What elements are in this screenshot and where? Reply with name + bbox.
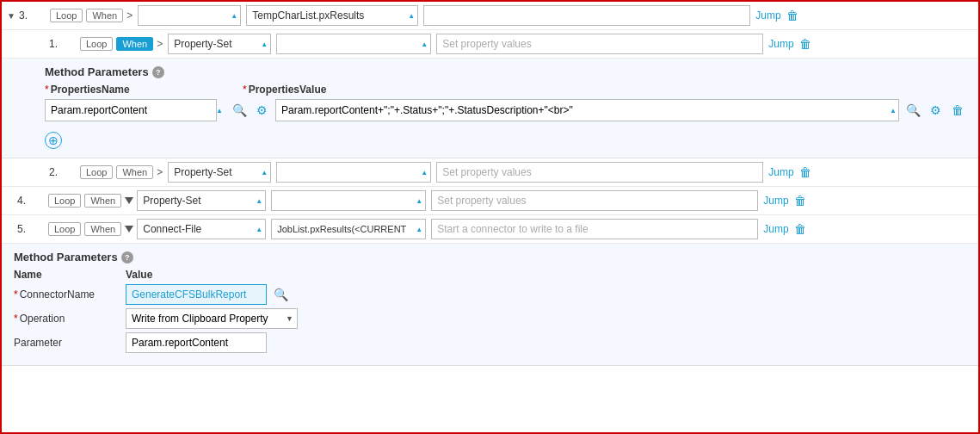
arrow-row3: > [126,9,133,22]
when-tag-row5[interactable]: When [84,222,121,236]
jump-link-row32[interactable]: Jump [768,166,793,178]
row31-num: 1. [49,38,65,50]
svg-marker-1 [125,226,133,232]
field3-row4[interactable]: Set property values [431,190,758,211]
operation-row: * Operation Write from Clipboard Propert… [14,308,966,329]
field2-row4[interactable] [271,190,426,211]
jump-link-row4[interactable]: Jump [763,195,788,207]
parameter-input[interactable] [126,332,267,353]
col2-label: PropertiesValue [249,84,327,96]
add-param-btn-1[interactable]: ⊕ [45,132,62,149]
when-tag-row4[interactable]: When [84,194,121,208]
params-col2-header: Value [126,269,966,281]
col1-label: PropertiesName [51,84,130,96]
delete-icon-params1[interactable]: 🗑 [949,102,966,119]
gear-icon-1[interactable]: ⚙ [253,102,270,119]
props-value-input[interactable] [275,99,899,121]
field3-row5[interactable]: Start a connector to write to a file [431,219,758,239]
field3-row3[interactable] [423,5,750,26]
operation-select-wrap[interactable]: Write from Clipboard Property [126,308,298,329]
row32-num: 2. [49,166,65,178]
field1-row32[interactable]: Property-Set [168,162,271,183]
search-icon-connector[interactable]: 🔍 [272,286,289,303]
delete-icon-row32[interactable]: 🗑 [799,165,811,179]
search-icon-2[interactable]: 🔍 [904,102,921,119]
help-icon-2[interactable]: ? [121,251,133,264]
field2-row32[interactable] [276,162,431,183]
svg-marker-0 [125,197,133,204]
loop-tag-row3: Loop [50,9,83,22]
field3-row31[interactable]: Set property values [436,34,763,54]
field1-row31[interactable]: Property-Set [168,34,271,54]
method-params-section-2: Method Parameters ? Name Value * Connect… [2,244,978,366]
field3-row5-placeholder: Start a connector to write to a file [437,223,588,235]
when-tag-row31[interactable]: When [116,37,153,51]
parameter-row: Parameter [14,332,966,353]
connector-name-label: ConnectorName [20,288,95,301]
connector-name-row: * ConnectorName 🔍 [14,284,966,305]
when-tag-row32[interactable]: When [116,165,153,179]
params-table: Name Value * ConnectorName 🔍 * Operation [14,269,966,353]
field2-row5[interactable]: JobList.pxResults(<CURRENT [271,219,426,239]
field3-row32[interactable]: Set property values [436,162,763,183]
jump-link-row3[interactable]: Jump [755,9,780,22]
delete-icon-row3[interactable]: 🗑 [786,9,798,22]
field1-row5[interactable]: Connect-File [137,219,266,239]
method-params-section-1: Method Parameters ? *PropertiesName *Pro… [2,59,978,158]
operation-label: Operation [20,313,65,325]
row3-num: 3. [19,9,34,22]
gear-icon-2[interactable]: ⚙ [927,102,944,119]
help-icon-1[interactable]: ? [152,66,164,78]
method-params-title-2: Method Parameters [14,251,118,264]
connector-name-input[interactable] [126,284,267,305]
params-col1-header: Name [14,269,126,281]
field1-row3[interactable] [138,5,241,26]
loop-tag-row32: Loop [80,165,113,179]
delete-icon-row31[interactable]: 🗑 [799,37,811,51]
jump-link-row5[interactable]: Jump [763,223,788,235]
field2-row31[interactable] [276,34,431,54]
jump-link-row31[interactable]: Jump [768,38,793,50]
field1-row4[interactable]: Property-Set [137,190,266,211]
parameter-label: Parameter [14,337,62,349]
chevron-down-icon-row5[interactable] [125,226,133,232]
loop-tag-row31: Loop [80,37,113,51]
props-name-input[interactable] [45,99,217,121]
loop-tag-row4: Loop [48,194,81,208]
collapse-row3-icon[interactable]: ▼ [7,11,15,20]
field2-row3[interactable]: TempCharList.pxResults [246,5,418,26]
search-icon-1[interactable]: 🔍 [231,102,248,119]
row5-num: 5. [17,223,33,235]
loop-tag-row5: Loop [48,222,81,236]
delete-icon-row5[interactable]: 🗑 [794,222,806,236]
chevron-down-icon-row4[interactable] [125,197,133,204]
operation-select[interactable]: Write from Clipboard Property [126,308,298,329]
method-params-title-1: Method Parameters [45,65,149,78]
delete-icon-row4[interactable]: 🗑 [794,194,806,208]
row4-num: 4. [17,195,33,207]
when-tag-row3[interactable]: When [86,9,123,22]
